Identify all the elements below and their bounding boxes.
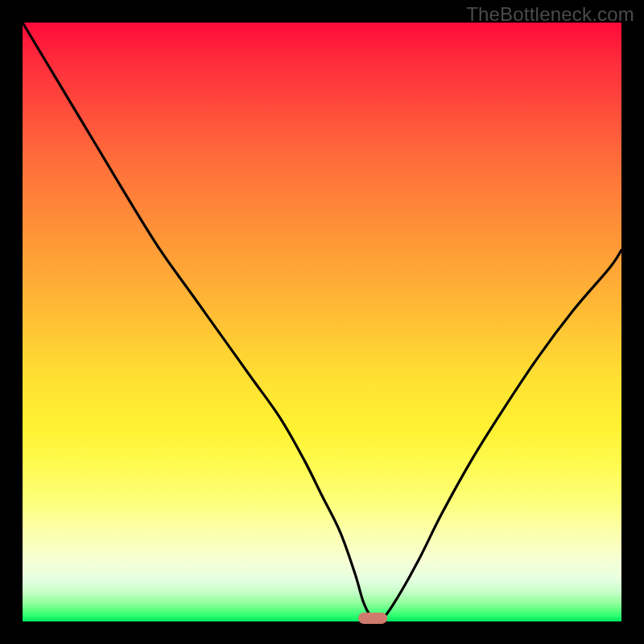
bottleneck-curve bbox=[23, 23, 621, 621]
chart-frame: TheBottleneck.com bbox=[0, 0, 644, 644]
watermark-text: TheBottleneck.com bbox=[466, 3, 634, 26]
optimal-marker bbox=[358, 613, 387, 624]
chart-plot-area bbox=[23, 23, 621, 621]
